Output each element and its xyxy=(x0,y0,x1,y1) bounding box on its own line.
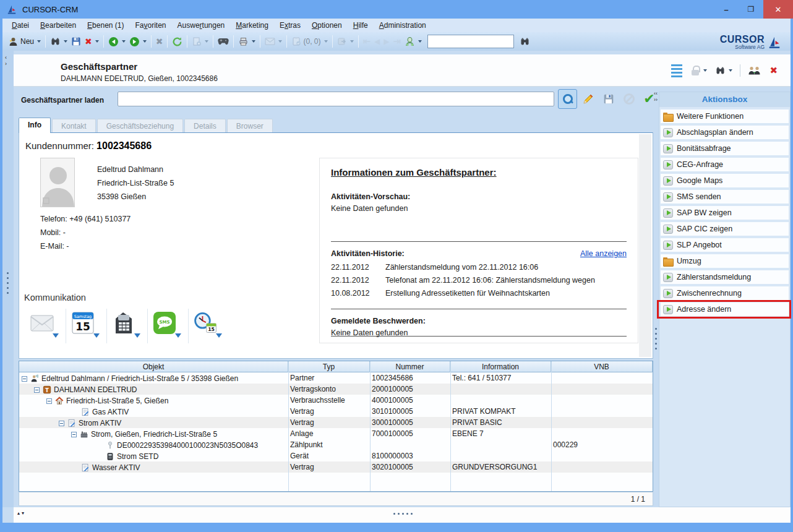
menu-auswertungen[interactable]: Auswertungen xyxy=(172,19,231,32)
dropdown-arrow-icon[interactable] xyxy=(93,333,100,338)
bottom-splitter-grip[interactable] xyxy=(393,513,413,515)
gamepad-button[interactable] xyxy=(216,34,231,49)
table-row[interactable]: Wasser AKTIVVertrag3020100005GRUNDVERSOR… xyxy=(19,461,653,473)
magnifier-button[interactable] xyxy=(558,89,577,109)
dropdown-arrow-icon[interactable] xyxy=(205,40,208,43)
back-button[interactable] xyxy=(106,34,127,49)
table-row[interactable]: Strom SETDGerät8100000003 xyxy=(19,450,653,461)
tree-collapse-icon[interactable] xyxy=(46,398,52,404)
aktionsbox-splitter-grip[interactable] xyxy=(655,328,657,350)
nav-last-button[interactable]: ⇥ xyxy=(392,34,403,49)
mail-button[interactable] xyxy=(263,34,284,49)
binoculars-button[interactable] xyxy=(713,63,734,78)
team-button[interactable] xyxy=(746,63,763,78)
dropdown-arrow-icon[interactable] xyxy=(37,40,41,43)
delete-button[interactable]: ✖ xyxy=(83,34,101,49)
dropdown-arrow-icon[interactable] xyxy=(175,333,181,338)
aktionsbox-splitter[interactable]: ‹› xyxy=(654,89,659,507)
dropdown-arrow-icon[interactable] xyxy=(64,40,67,43)
nav-prev-button[interactable]: ◀ xyxy=(372,34,382,49)
menu-bearbeiten[interactable]: Bearbeiten xyxy=(35,19,82,32)
column-header-objekt[interactable]: Objekt xyxy=(19,361,288,372)
table-row[interactable]: Strom AKTIVVertrag3000100005PRIVAT BASIC xyxy=(19,417,653,428)
column-header-vnb[interactable]: VNB xyxy=(551,361,653,372)
email-button[interactable] xyxy=(25,309,66,343)
menu-hilfe[interactable]: Hilfe xyxy=(348,19,374,32)
dropdown-arrow-icon[interactable] xyxy=(95,40,99,43)
aktionsbox-item-sap-bw-zeigen[interactable]: SAP BW zeigen xyxy=(661,206,789,220)
tab-info[interactable]: Info xyxy=(19,118,51,133)
aktionsbox-item-slp-angebot[interactable]: SLP Angebot xyxy=(661,238,789,252)
tab-gesch-ftsbeziehung[interactable]: Geschäftsbeziehung xyxy=(97,119,183,133)
dropdown-arrow-icon[interactable] xyxy=(53,333,59,338)
dropdown-arrow-icon[interactable] xyxy=(134,333,140,338)
menu-lines-button[interactable] xyxy=(669,63,684,78)
dropdown-arrow-icon[interactable] xyxy=(418,40,422,43)
aktionsbox-splitter-arrows[interactable]: ‹› xyxy=(654,90,656,103)
calendar-button[interactable]: Samstag15 xyxy=(66,309,107,343)
maximize-button[interactable] xyxy=(739,0,763,19)
dropdown-arrow-icon[interactable] xyxy=(216,333,222,338)
quick-search-input[interactable] xyxy=(427,35,514,48)
minimize-button[interactable] xyxy=(714,0,739,19)
sms-button[interactable]: SMS xyxy=(148,309,189,343)
clipboard-count-button[interactable]: (0, 0) xyxy=(289,34,329,49)
table-row[interactable]: Gas AKTIVVertrag3010100005PRIVAT KOMPAKT xyxy=(19,406,653,417)
dropdown-arrow-icon[interactable] xyxy=(143,40,147,43)
forward-button[interactable] xyxy=(127,34,148,49)
person-search-button[interactable] xyxy=(403,34,424,49)
search-binoculars-button[interactable] xyxy=(518,34,532,49)
aktionsbox-item-adresse-ndern[interactable]: Adresse ändern xyxy=(661,302,789,316)
column-header-typ[interactable]: Typ xyxy=(288,361,370,372)
menu-administration[interactable]: Administration xyxy=(374,19,432,32)
aktionsbox-item-ceg-anfrage[interactable]: CEG-Anfrage xyxy=(661,158,789,171)
close-button[interactable] xyxy=(763,0,793,19)
businesspartner-load-input[interactable] xyxy=(118,92,554,106)
bottom-splitter-bar[interactable]: ▴▾ xyxy=(14,507,791,523)
reminder-button[interactable]: 15 xyxy=(189,309,229,343)
export-button[interactable] xyxy=(335,34,356,49)
menu-datei[interactable]: Datei xyxy=(6,19,35,32)
save-small-button[interactable] xyxy=(599,89,618,109)
menu-extras[interactable]: Extras xyxy=(274,19,306,32)
table-row[interactable]: Edeltrud Dahlmann / Friedrich-List-Straß… xyxy=(19,372,653,384)
nav-first-button[interactable]: ⇤ xyxy=(361,34,373,49)
aktionsbox-item-weitere-funktionen[interactable]: Weitere Funktionen xyxy=(661,109,789,123)
dropdown-arrow-icon[interactable] xyxy=(122,40,126,43)
splitter-grip[interactable] xyxy=(7,272,9,294)
table-row[interactable]: TDAHLMANN EDELTRUDVertragskonto 20001000… xyxy=(19,384,653,395)
copy-doc-button[interactable] xyxy=(190,34,210,49)
tree-collapse-icon[interactable] xyxy=(71,432,77,437)
print-button[interactable] xyxy=(236,34,257,49)
aktionsbox-item-abschlagsplan-ndern[interactable]: Abschlagsplan ändern xyxy=(661,126,789,139)
close-record-button[interactable]: ✖ xyxy=(768,63,779,78)
tab-details[interactable]: Details xyxy=(184,119,226,133)
aktionsbox-item-zwischenrechnung[interactable]: Zwischenrechnung xyxy=(661,286,789,300)
aktionsbox-item-z-hlerstandsmeldung[interactable]: Zählerstandsmeldung xyxy=(661,270,789,284)
splitter-collapse-arrows[interactable]: ‹› xyxy=(5,54,7,67)
menu-favoriten[interactable]: Favoriten xyxy=(129,19,171,32)
pencil-button[interactable] xyxy=(578,89,598,109)
bottom-splitter-arrows[interactable]: ▴▾ xyxy=(17,510,26,516)
column-header-information[interactable]: Information xyxy=(450,361,551,372)
dropdown-arrow-icon[interactable] xyxy=(324,40,328,43)
binoculars-button[interactable] xyxy=(48,34,69,49)
block-button[interactable] xyxy=(619,89,638,109)
menu-ebenen-1[interactable]: Ebenen (1) xyxy=(82,19,129,32)
column-header-nummer[interactable]: Nummer xyxy=(370,361,450,372)
left-collapsed-panel-splitter[interactable]: ‹› xyxy=(2,51,14,507)
dropdown-arrow-icon[interactable] xyxy=(350,40,354,43)
dropdown-arrow-icon[interactable] xyxy=(278,40,282,43)
menu-optionen[interactable]: Optionen xyxy=(306,19,348,32)
menu-marketing[interactable]: Marketing xyxy=(230,19,274,32)
nav-next-button[interactable]: ▶ xyxy=(382,34,391,49)
dropdown-arrow-icon[interactable] xyxy=(252,40,255,43)
aktionsbox-item-sap-cic-zeigen[interactable]: SAP CIC zeigen xyxy=(661,222,789,236)
aktionsbox-item-sms-senden[interactable]: SMS senden xyxy=(661,190,789,204)
lock-button[interactable] xyxy=(688,63,709,78)
tab-kontakt[interactable]: Kontakt xyxy=(52,119,96,133)
table-row[interactable]: Friedrich-List-Straße 5, GießenVerbrauch… xyxy=(19,395,653,406)
aktionsbox-item-umzug[interactable]: Umzug xyxy=(661,254,789,268)
tab-browser[interactable]: Browser xyxy=(227,119,273,133)
tree-collapse-icon[interactable] xyxy=(22,376,27,382)
